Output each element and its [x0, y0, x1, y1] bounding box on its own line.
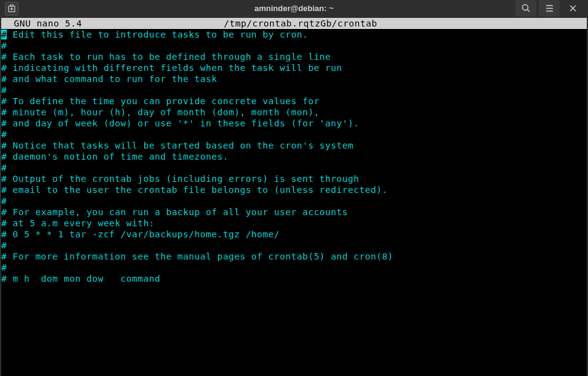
editor-line: # Each task to run has to be defined thr…	[1, 51, 587, 62]
editor-line: # Output of the crontab jobs (including …	[1, 173, 587, 184]
svg-rect-1	[10, 4, 13, 6]
editor-line: # at 5 a.m every week with:	[1, 218, 587, 229]
editor-line: #	[1, 129, 587, 140]
search-icon	[522, 4, 531, 13]
window-titlebar: amninder@debian: ~	[0, 0, 588, 17]
new-tab-icon	[7, 4, 16, 13]
close-button[interactable]	[562, 0, 583, 17]
hamburger-icon	[545, 4, 554, 13]
window-title: amninder@debian: ~	[254, 4, 334, 13]
editor-line: #	[1, 40, 587, 51]
titlebar-right	[515, 0, 583, 17]
editor-line: # For more information see the manual pa…	[1, 251, 587, 262]
editor-line: # For example, you can run a backup of a…	[1, 206, 587, 218]
editor-line: #	[1, 240, 587, 251]
editor-line: # email to the user the crontab file bel…	[1, 184, 587, 195]
editor-line: # daemon's notion of time and timezones.	[1, 151, 587, 162]
nano-status-bar: GNU nano 5.4 /tmp/crontab.rqtzGb/crontab	[1, 18, 587, 29]
new-tab-button[interactable]	[5, 2, 18, 15]
editor-line: # Notice that tasks will be started base…	[1, 140, 587, 151]
titlebar-left	[5, 2, 18, 15]
close-icon	[569, 4, 577, 12]
editor-line: # Edit this file to introduce tasks to b…	[1, 29, 587, 40]
editor-line: #	[1, 195, 587, 206]
editor-line: # m h dom mon dow command	[1, 273, 587, 284]
menu-button[interactable]	[539, 0, 560, 17]
editor-line: # indicating with different fields when …	[1, 62, 587, 73]
terminal-container: GNU nano 5.4 /tmp/crontab.rqtzGb/crontab…	[0, 17, 588, 376]
editor-line: # and day of week (dow) or use '*' in th…	[1, 118, 587, 129]
nano-filename: /tmp/crontab.rqtzGb/crontab	[14, 18, 587, 29]
cursor: #	[1, 30, 7, 39]
editor-line: # 0 5 * * 1 tar -zcf /var/backups/home.t…	[1, 229, 587, 240]
editor-line: #	[1, 262, 587, 273]
editor-line: #	[1, 84, 587, 96]
search-button[interactable]	[515, 0, 536, 17]
editor-content[interactable]: # Edit this file to introduce tasks to b…	[1, 29, 587, 284]
terminal[interactable]: GNU nano 5.4 /tmp/crontab.rqtzGb/crontab…	[1, 18, 587, 376]
editor-line: # minute (m), hour (h), day of month (do…	[1, 107, 587, 118]
editor-line: # To define the time you can provide con…	[1, 96, 587, 107]
editor-line: # and what command to run for the task	[1, 73, 587, 84]
editor-line: #	[1, 162, 587, 173]
svg-point-4	[522, 5, 528, 10]
svg-line-5	[527, 10, 530, 12]
